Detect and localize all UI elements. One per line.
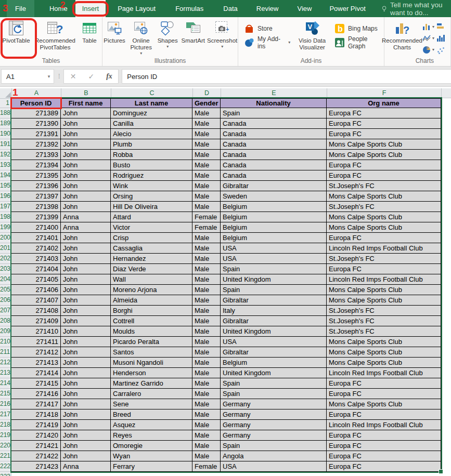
cell[interactable]: Gibraltar	[221, 181, 327, 191]
cell[interactable]: Lincoln Red Imps Football Club	[327, 274, 441, 285]
cell[interactable]: Almeida	[111, 295, 192, 306]
screenshot-button[interactable]: + Screenshot ▾	[207, 19, 238, 49]
cell[interactable]: 271407	[11, 295, 61, 306]
cell[interactable]: Omoregie	[111, 441, 192, 451]
cell[interactable]: Male	[192, 295, 221, 306]
cell[interactable]: John	[61, 316, 111, 326]
cell[interactable]: Ferrary	[111, 461, 192, 472]
cell[interactable]: Female	[192, 222, 221, 233]
cell[interactable]: John	[61, 430, 111, 441]
cell[interactable]: Belgium	[221, 358, 327, 368]
people-graph-button[interactable]: People Graph	[333, 35, 384, 49]
cell[interactable]: Mons Calpe Sports Club	[327, 295, 441, 306]
cell[interactable]: Canada	[221, 139, 327, 150]
cell[interactable]: Male	[192, 150, 221, 160]
cell[interactable]: Male	[192, 181, 221, 191]
cell[interactable]: John	[61, 326, 111, 337]
cell[interactable]: Spain	[221, 389, 327, 399]
row-header-222[interactable]: 222	[0, 461, 11, 472]
cell[interactable]: 271408	[11, 306, 61, 316]
tab-view[interactable]: View	[292, 0, 316, 17]
row-header-190[interactable]: 190	[0, 129, 11, 139]
tab-file[interactable]: File	[7, 0, 34, 17]
cell[interactable]: 271390	[11, 118, 61, 129]
row-header-195[interactable]: 195	[0, 181, 11, 191]
cell[interactable]: USA	[221, 461, 327, 472]
cell[interactable]: John	[61, 191, 111, 202]
cell[interactable]: Wyan	[111, 451, 192, 461]
cell[interactable]: Alecio	[111, 129, 192, 139]
cell[interactable]: 271405	[11, 274, 61, 285]
select-all-button[interactable]	[0, 88, 12, 99]
cell[interactable]: Belgium	[221, 202, 327, 212]
row-header-1[interactable]: 1	[0, 98, 11, 108]
cell[interactable]: Victor	[111, 222, 192, 233]
cell[interactable]: St.Joseph's FC	[327, 202, 441, 212]
cancel-icon[interactable]: ✕	[70, 72, 76, 81]
cell[interactable]: John	[61, 409, 111, 420]
row-header-197[interactable]: 197	[0, 202, 11, 212]
cell[interactable]: 271417	[11, 399, 61, 409]
row-header-205[interactable]: 205	[0, 285, 11, 295]
cell[interactable]: 271403	[11, 254, 61, 264]
cell[interactable]: Canada	[221, 160, 327, 170]
cell[interactable]: Male	[192, 358, 221, 368]
scatter-chart-button[interactable]	[436, 45, 445, 54]
cell[interactable]: Europa FC	[327, 233, 441, 243]
cell[interactable]: Lincoln Red Imps Football Club	[327, 243, 441, 254]
cell[interactable]: Male	[192, 378, 221, 389]
cell[interactable]: Spain	[221, 108, 327, 118]
cell[interactable]: Lincoln Red Imps Football Club	[327, 420, 441, 430]
cell[interactable]: 271400	[11, 222, 61, 233]
cell[interactable]: John	[61, 347, 111, 358]
row-header-216[interactable]: 216	[0, 399, 11, 409]
cell[interactable]: Male	[192, 264, 221, 274]
cell[interactable]: Breed	[111, 409, 192, 420]
row-header-192[interactable]: 192	[0, 150, 11, 160]
online-pictures-button[interactable]: Online Pictures ▾	[126, 19, 156, 56]
row-header-215[interactable]: 215	[0, 389, 11, 399]
cell[interactable]: John	[61, 441, 111, 451]
cell[interactable]: Orsing	[111, 191, 192, 202]
cell[interactable]: Lincoln Red Imps Football Club	[327, 368, 441, 378]
row-header-198[interactable]: 198	[0, 212, 11, 222]
cell[interactable]: Male	[192, 160, 221, 170]
cell[interactable]: 271395	[11, 170, 61, 181]
row-header-213[interactable]: 213	[0, 368, 11, 378]
cell[interactable]: Sweden	[221, 191, 327, 202]
cell[interactable]: Europa FC	[327, 451, 441, 461]
row-header-206[interactable]: 206	[0, 295, 11, 306]
cell[interactable]: 271415	[11, 378, 61, 389]
row-header-200[interactable]: 200	[0, 233, 11, 243]
cell[interactable]: Moreno Arjona	[111, 285, 192, 295]
cell[interactable]: Male	[192, 326, 221, 337]
cell[interactable]: Europa FC	[327, 129, 441, 139]
cell[interactable]: Canada	[221, 150, 327, 160]
smartart-button[interactable]: SmartArt	[179, 19, 207, 44]
histogram-chart-button[interactable]	[436, 34, 445, 42]
cell[interactable]: Spain	[221, 441, 327, 451]
cell[interactable]: Germany	[221, 420, 327, 430]
cell[interactable]: John	[61, 358, 111, 368]
cell[interactable]: USA	[221, 337, 327, 347]
cell[interactable]: 271396	[11, 181, 61, 191]
cell[interactable]: United Kingdom	[221, 274, 327, 285]
row-header-199[interactable]: 199	[0, 222, 11, 233]
cell[interactable]: Dominguez	[111, 108, 192, 118]
cell[interactable]: Europa FC	[327, 118, 441, 129]
cell[interactable]: Europa FC	[327, 108, 441, 118]
cell[interactable]: Female	[192, 461, 221, 472]
cell[interactable]: John	[61, 233, 111, 243]
row-header-223[interactable]: 223	[0, 472, 11, 476]
cell[interactable]: Male	[192, 233, 221, 243]
pie-chart-button[interactable]	[422, 45, 431, 54]
tab-page-layout[interactable]: Page Layout	[113, 0, 160, 17]
cell[interactable]: 271391	[11, 129, 61, 139]
formula-input[interactable]: Person ID	[122, 69, 451, 84]
cell[interactable]: Borghi	[111, 306, 192, 316]
cell[interactable]: John	[61, 264, 111, 274]
store-button[interactable]: Store	[242, 21, 291, 35]
cell[interactable]: Mons Calpe Sports Club	[327, 358, 441, 368]
cell[interactable]: Male	[192, 285, 221, 295]
cell[interactable]: Male	[192, 170, 221, 181]
